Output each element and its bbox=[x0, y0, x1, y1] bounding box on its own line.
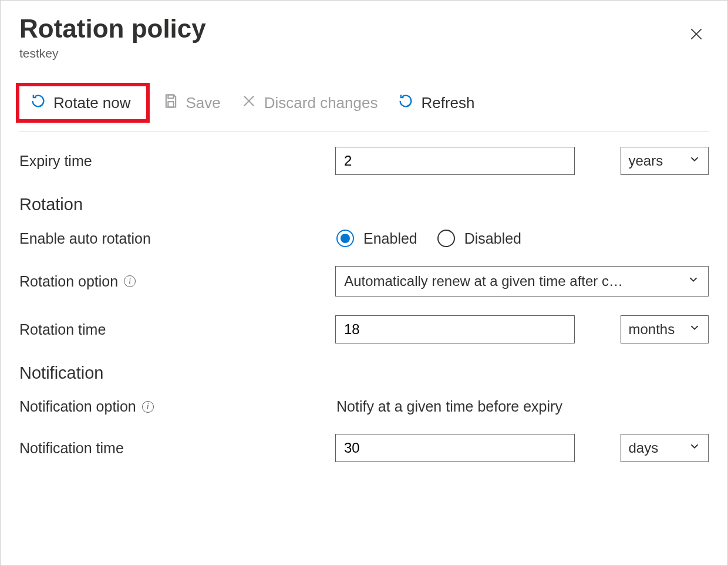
chevron-down-icon bbox=[687, 273, 700, 289]
notification-option-label: Notification option i bbox=[19, 398, 336, 415]
rotation-option-select[interactable]: Automatically renew at a given time afte… bbox=[335, 266, 709, 297]
expiry-time-row: Expiry time years bbox=[19, 147, 709, 175]
notification-time-input[interactable] bbox=[335, 434, 575, 462]
radio-selected-icon bbox=[336, 230, 354, 247]
rotate-now-label: Rotate now bbox=[53, 94, 131, 112]
rotate-icon bbox=[30, 93, 46, 113]
rotate-now-button[interactable]: Rotate now bbox=[23, 89, 138, 117]
expiry-time-label: Expiry time bbox=[19, 153, 335, 170]
close-button[interactable] bbox=[684, 22, 709, 50]
rotation-time-unit-label: months bbox=[628, 321, 675, 338]
rotation-section-heading: Rotation bbox=[19, 195, 709, 214]
notification-section-heading: Notification bbox=[19, 363, 709, 383]
rotation-time-label: Rotation time bbox=[19, 321, 335, 338]
rotation-option-value: Automatically renew at a given time afte… bbox=[344, 273, 623, 289]
refresh-icon bbox=[397, 93, 414, 113]
page-title: Rotation policy bbox=[19, 15, 206, 43]
notification-time-unit-label: days bbox=[628, 440, 658, 456]
svg-rect-2 bbox=[168, 95, 173, 98]
discard-label: Discard changes bbox=[264, 94, 378, 112]
info-icon[interactable]: i bbox=[124, 275, 136, 287]
notification-option-value: Notify at a given time before expiry bbox=[336, 398, 562, 415]
rotation-option-label: Rotation option i bbox=[19, 273, 335, 290]
notification-option-row: Notification option i Notify at a given … bbox=[19, 398, 709, 415]
enable-auto-rotation-radio-group: Enabled Disabled bbox=[336, 230, 521, 247]
save-label: Save bbox=[186, 94, 221, 112]
rotation-time-input[interactable] bbox=[335, 315, 575, 343]
save-icon bbox=[163, 93, 179, 113]
enable-auto-rotation-label: Enable auto rotation bbox=[19, 230, 336, 247]
enabled-radio[interactable]: Enabled bbox=[336, 230, 417, 247]
chevron-down-icon bbox=[688, 440, 701, 456]
form: Expiry time years Rotation Enable auto r… bbox=[19, 147, 709, 462]
expiry-time-unit-label: years bbox=[628, 153, 663, 169]
expiry-time-unit-select[interactable]: years bbox=[621, 147, 709, 175]
radio-unselected-icon bbox=[437, 230, 455, 247]
disabled-radio[interactable]: Disabled bbox=[437, 230, 521, 247]
refresh-label: Refresh bbox=[421, 94, 474, 112]
rotation-policy-panel: Rotation policy testkey Rotate now bbox=[0, 0, 728, 566]
close-icon bbox=[689, 27, 704, 45]
svg-rect-3 bbox=[168, 102, 173, 107]
enable-auto-rotation-row: Enable auto rotation Enabled Disabled bbox=[19, 230, 709, 247]
toolbar: Rotate now Save Discard changes bbox=[19, 83, 709, 132]
expiry-time-input[interactable] bbox=[335, 147, 575, 175]
save-button[interactable]: Save bbox=[156, 89, 228, 117]
discard-icon bbox=[241, 93, 257, 113]
discard-changes-button[interactable]: Discard changes bbox=[234, 89, 385, 117]
notification-time-unit-select[interactable]: days bbox=[621, 434, 709, 462]
rotate-now-highlight: Rotate now bbox=[16, 83, 150, 123]
rotation-time-row: Rotation time months bbox=[19, 315, 709, 343]
disabled-radio-label: Disabled bbox=[464, 230, 521, 247]
rotation-time-unit-select[interactable]: months bbox=[621, 315, 709, 343]
rotation-option-row: Rotation option i Automatically renew at… bbox=[19, 266, 709, 297]
notification-time-label: Notification time bbox=[19, 440, 335, 457]
page-subtitle: testkey bbox=[19, 46, 206, 60]
notification-time-row: Notification time days bbox=[19, 434, 709, 462]
chevron-down-icon bbox=[688, 153, 701, 169]
refresh-button[interactable]: Refresh bbox=[390, 89, 481, 117]
info-icon[interactable]: i bbox=[142, 401, 154, 413]
enabled-radio-label: Enabled bbox=[363, 230, 417, 247]
chevron-down-icon bbox=[688, 321, 701, 338]
